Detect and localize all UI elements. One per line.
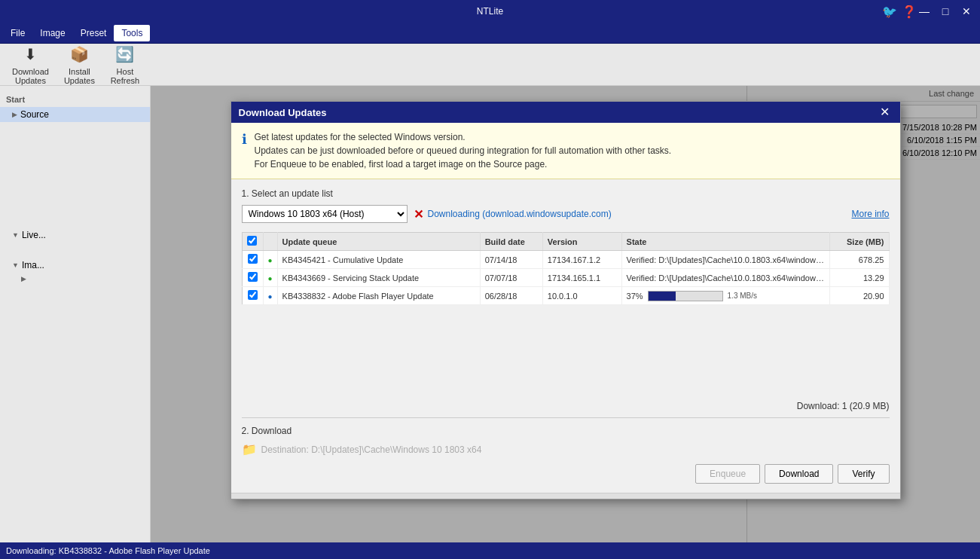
sidebar-live-arrow: ▼ [12, 231, 19, 239]
enqueue-button[interactable]: Enqueue [695, 464, 760, 484]
maximize-button[interactable]: □ [938, 5, 953, 17]
row1-state: Verified: D:\[Updates]\Cache\10.0.1803.x… [621, 251, 829, 269]
col-header-size: Size (MB) [829, 233, 889, 251]
info-icon: ℹ [242, 131, 247, 148]
info-line-2: Updates can be just downloaded before or… [255, 144, 672, 157]
menu-file[interactable]: File [3, 25, 32, 41]
row1-build: 07/14/18 [480, 251, 542, 269]
info-line-1: Get latest updates for the selected Wind… [255, 130, 672, 144]
table-row: ● KB4338832 - Adobe Flash Player Update … [242, 287, 889, 305]
action-buttons: Enqueue Download Verify [242, 464, 890, 484]
row3-name: KB4338832 - Adobe Flash Player Update [277, 287, 480, 305]
status-bar-text: Downloading: KB4338832 - Adobe Flash Pla… [6, 546, 210, 555]
download-status-text: Downloading (download.windowsupdate.com) [428, 209, 612, 219]
info-banner: ℹ Get latest updates for the selected Wi… [231, 123, 900, 179]
info-text: Get latest updates for the selected Wind… [255, 130, 672, 171]
menu-image[interactable]: Image [32, 25, 72, 41]
main-area: Start ▶ Source ▼ Live... ▼ Ima... ▶ Last… [0, 86, 980, 542]
verify-button[interactable]: Verify [838, 464, 889, 484]
blue-dot-icon: ● [268, 292, 273, 301]
download-updates-icon: ⬇ [20, 44, 41, 65]
row1-name: KB4345421 - Cumulative Update [277, 251, 480, 269]
install-updates-icon: 📦 [69, 44, 90, 65]
destination-text: Destination: D:\[Updates]\Cache\Windows … [261, 444, 482, 455]
more-info-link[interactable]: More info [851, 209, 889, 219]
section2: 2. Download 📁 Destination: D:\[Updates]\… [242, 417, 890, 484]
download-updates-dialog: Download Updates ✕ ℹ Get latest updates … [230, 101, 901, 499]
right-content: Last change D6B737E0 7/15/2018 10:28 PM … [151, 86, 980, 542]
title-bar-controls: — □ ✕ [917, 5, 974, 17]
download-updates-label: DownloadUpdates [12, 67, 49, 85]
install-updates-button[interactable]: 📦 InstallUpdates [58, 41, 101, 88]
menu-preset[interactable]: Preset [73, 25, 114, 41]
row1-check[interactable] [242, 251, 263, 269]
progress-speed: 1.3 MB/s [728, 292, 757, 300]
table-row: ● KB4345421 - Cumulative Update 07/14/18… [242, 251, 889, 269]
dropdown-row: Windows 10 1803 x64 (Host) ✕ Downloading… [242, 205, 890, 223]
update-list-dropdown[interactable]: Windows 10 1803 x64 (Host) [242, 205, 408, 223]
menu-tools[interactable]: Tools [114, 25, 150, 41]
row2-size: 13.29 [829, 269, 889, 287]
col-header-build: Build date [480, 233, 542, 251]
check-all-checkbox[interactable] [247, 236, 257, 246]
title-bar-icons: 🐦 ❓ [882, 5, 917, 19]
dialog-content: 1. Select an update list Windows 10 1803… [231, 179, 900, 493]
twitter-icon[interactable]: 🐦 [882, 5, 897, 19]
sidebar-item-source[interactable]: ▶ Source [0, 107, 150, 122]
sidebar-item-live[interactable]: ▼ Live... [0, 228, 150, 243]
download-updates-button[interactable]: ⬇ DownloadUpdates [6, 41, 55, 88]
col-header-version: Version [542, 233, 621, 251]
download-button[interactable]: Download [765, 464, 833, 484]
minimize-button[interactable]: — [917, 5, 932, 17]
sidebar-live-label: Live... [22, 230, 46, 240]
col-header-name: Update queue [277, 233, 480, 251]
sidebar-source-label: Source [20, 109, 49, 120]
row2-build: 07/07/18 [480, 269, 542, 287]
dialog-titlebar: Download Updates ✕ [231, 102, 900, 123]
sidebar-start-section: Start [0, 92, 150, 107]
updates-table: Update queue Build date Version State Si… [242, 232, 890, 305]
help-icon[interactable]: ❓ [902, 5, 917, 19]
destination-row: 📁 Destination: D:\[Updates]\Cache\Window… [242, 442, 890, 457]
menu-bar: File Image Preset Tools [0, 23, 980, 44]
row1-size: 678.25 [829, 251, 889, 269]
left-sidebar: Start ▶ Source ▼ Live... ▼ Ima... ▶ [0, 86, 151, 542]
host-refresh-icon: 🔄 [114, 44, 136, 65]
dialog-resize-handle[interactable] [231, 493, 900, 499]
modal-overlay: Download Updates ✕ ℹ Get latest updates … [151, 86, 980, 542]
host-refresh-button[interactable]: 🔄 HostRefresh [104, 41, 146, 88]
sidebar-ima-arrow: ▼ [12, 261, 19, 269]
row1-version: 17134.167.1.2 [542, 251, 621, 269]
sidebar-item-sub[interactable]: ▶ [0, 273, 150, 285]
progress-percent: 37% [627, 292, 643, 301]
col-header-dot [263, 233, 277, 251]
row1-dot: ● [263, 251, 277, 269]
dialog-close-button[interactable]: ✕ [877, 106, 893, 118]
install-updates-label: InstallUpdates [64, 67, 95, 85]
green-dot-icon: ● [268, 256, 273, 264]
row3-dot: ● [263, 287, 277, 305]
row2-check[interactable] [242, 269, 263, 287]
row2-dot: ● [263, 269, 277, 287]
col-header-state: State [621, 233, 829, 251]
step1-label: 1. Select an update list [242, 188, 890, 199]
updates-table-scroll: Update queue Build date Version State Si… [242, 232, 890, 398]
title-bar: NTLite 🐦 ❓ — □ ✕ [0, 0, 980, 23]
info-line-3: For Enqueue to be enabled, first load a … [255, 157, 672, 171]
row3-size: 20.90 [829, 287, 889, 305]
sidebar-source-arrow: ▶ [12, 111, 17, 118]
row3-check[interactable] [242, 287, 263, 305]
row3-version: 10.0.1.0 [542, 287, 621, 305]
row2-name: KB4343669 - Servicing Stack Update [277, 269, 480, 287]
sidebar-sub-arrow: ▶ [21, 275, 26, 283]
host-refresh-label: HostRefresh [111, 67, 140, 85]
row3-build: 06/28/18 [480, 287, 542, 305]
step2-label: 2. Download [242, 426, 890, 436]
toolbar: ⬇ DownloadUpdates 📦 InstallUpdates 🔄 Hos… [0, 44, 980, 86]
download-summary: Download: 1 (20.9 MB) [242, 398, 890, 417]
progress-wrap: 37% 1.3 MB/s [627, 291, 825, 301]
close-button[interactable]: ✕ [959, 5, 974, 17]
progress-bar-fill [649, 292, 676, 301]
sidebar-item-ima[interactable]: ▼ Ima... [0, 258, 150, 273]
sidebar-ima-label: Ima... [22, 260, 44, 270]
